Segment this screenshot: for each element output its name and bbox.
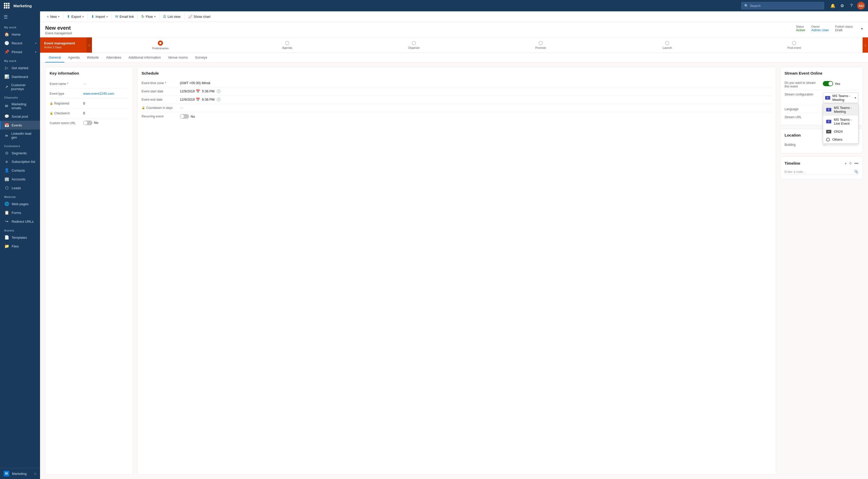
sidebar-collapse-button[interactable]: ☰ xyxy=(0,11,11,23)
progress-nav-right[interactable]: › xyxy=(863,37,868,53)
flow-button[interactable]: ↻ Flow ▾ xyxy=(139,13,158,20)
tab-venue-rooms[interactable]: Venue rooms xyxy=(164,53,191,63)
stream-toggle[interactable]: Yes xyxy=(823,81,840,86)
sidebar-item-segments[interactable]: ⊙ Segments xyxy=(0,149,40,158)
import-button[interactable]: ⬇ Import ▾ xyxy=(89,13,110,20)
stream-toggle-switch[interactable] xyxy=(823,81,833,86)
import-dropdown-arrow: ▾ xyxy=(106,15,108,18)
sidebar-item-get-started[interactable]: ▷ Get started xyxy=(0,64,40,72)
list-view-button[interactable]: ☰ List view xyxy=(160,13,183,20)
sidebar-item-templates[interactable]: 📄 Templates xyxy=(0,233,40,242)
sidebar-item-recent[interactable]: 🕐 Recent ▾ xyxy=(0,39,40,47)
export-button[interactable]: ⬆ Export ▾ xyxy=(64,13,86,20)
new-button[interactable]: + New ▾ xyxy=(44,13,62,20)
sidebar-item-label: Social post xyxy=(11,114,28,118)
dropdown-option-on24[interactable]: ▭ ON24 xyxy=(823,128,858,136)
sidebar-item-leads[interactable]: ⬡ Leads xyxy=(0,183,40,192)
tab-surveys[interactable]: Surveys xyxy=(191,53,211,63)
toggle-switch[interactable] xyxy=(180,114,189,119)
sidebar-bottom-label: Marketing xyxy=(12,472,27,476)
event-type-value[interactable]: www.event1245.com xyxy=(83,92,129,96)
email-link-label: Email link xyxy=(120,15,134,19)
timeline-more-icon[interactable]: ••• xyxy=(854,161,859,165)
stage-organize[interactable]: Organize xyxy=(350,41,477,49)
stream-toggle-label: Yes xyxy=(835,82,840,86)
sidebar-item-customer-journeys[interactable]: ↗ Customer journeys xyxy=(0,81,40,93)
sidebar-item-files[interactable]: 📁 Files xyxy=(0,242,40,250)
owner-value[interactable]: Admin User xyxy=(811,28,829,32)
calendar-icon[interactable]: 📅 xyxy=(196,98,200,101)
start-date-input[interactable]: 12/9/2019 📅 xyxy=(180,89,200,93)
dropdown-option-ms-teams-live[interactable]: T MS Teams - Live Event xyxy=(823,115,858,128)
sidebar-item-web-pages[interactable]: 🌐 Web pages xyxy=(0,200,40,208)
end-date-input[interactable]: 12/9/2019 📅 xyxy=(180,98,200,101)
segments-icon: ⊙ xyxy=(4,151,9,156)
email-link-button[interactable]: ✉ Email link xyxy=(113,13,137,20)
stage-promote[interactable]: Promote xyxy=(477,41,604,49)
clock-icon[interactable]: 🕐 xyxy=(216,98,221,101)
dropdown-option-ms-teams-meeting[interactable]: T MS Teams - Meeting xyxy=(823,104,858,115)
waffle-icon xyxy=(4,3,9,8)
stream-config-value: T MS Teams - Meeting ▾ T MS Teams - Meet… xyxy=(823,93,859,103)
calendar-icon[interactable]: 📅 xyxy=(196,89,200,93)
journey-icon: ↗ xyxy=(4,84,8,89)
stream-config-select[interactable]: T MS Teams - Meeting ▾ xyxy=(823,93,859,103)
sidebar-item-marketing-emails[interactable]: ✉ Marketing emails xyxy=(0,100,40,112)
dropdown-option-label: MS Teams - Live Event xyxy=(834,118,855,126)
stage-preliminaries[interactable]: Preliminaries xyxy=(97,40,224,50)
stage-agenda[interactable]: Agenda xyxy=(224,41,350,49)
tab-agenda[interactable]: Agenda xyxy=(64,53,83,63)
sidebar-item-pinned[interactable]: 📌 Pinned ▾ xyxy=(0,47,40,56)
tab-additional[interactable]: Additional information xyxy=(125,53,164,63)
stream-enable-field: Do you want to stream this event Yes xyxy=(784,79,859,91)
sidebar-item-label: Leads xyxy=(11,186,21,190)
progress-nav-left[interactable]: ‹ xyxy=(87,37,92,53)
recurring-toggle[interactable]: No xyxy=(180,114,195,119)
timeline-input-row[interactable]: Enter a note... 📎 xyxy=(784,169,859,175)
export-dropdown-arrow: ▾ xyxy=(83,15,84,18)
files-icon: 📁 xyxy=(4,244,9,248)
timeline-filter-icon[interactable]: ⊹ xyxy=(849,161,852,165)
contacts-icon: 👤 xyxy=(4,168,9,173)
sidebar-item-redirect-urls[interactable]: ↪ Redirect URLs xyxy=(0,217,40,226)
sidebar-item-forms[interactable]: 📋 Forms xyxy=(0,208,40,217)
chevron-right-icon: ◇ xyxy=(34,472,36,475)
timeline-add-icon[interactable]: + xyxy=(844,161,847,165)
sidebar-item-contacts[interactable]: 👤 Contacts xyxy=(0,166,40,175)
sidebar-item-home[interactable]: 🏠 Home xyxy=(0,30,40,39)
forms-icon: 📋 xyxy=(4,210,9,215)
sidebar-item-subscription-list[interactable]: ≡ Subscription list xyxy=(0,158,40,166)
event-name-value[interactable]: --- xyxy=(83,82,129,86)
sidebar-item-social-post[interactable]: 💬 Social post xyxy=(0,112,40,121)
avatar[interactable]: AU xyxy=(857,2,865,9)
clock-icon[interactable]: 🕐 xyxy=(216,89,221,93)
search-bar[interactable]: 🔍 xyxy=(741,2,824,9)
tab-website[interactable]: Website xyxy=(83,53,102,63)
search-input[interactable] xyxy=(750,4,821,8)
sidebar-item-events[interactable]: 📅 Events xyxy=(0,121,40,130)
settings-icon[interactable]: ⚙ xyxy=(839,2,846,9)
notification-icon[interactable]: 🔔 xyxy=(829,2,836,9)
sidebar-item-linkedin[interactable]: in LinkedIn lead gen xyxy=(0,130,40,141)
help-icon[interactable]: ? xyxy=(848,2,855,9)
toggle-label: No xyxy=(191,114,195,118)
waffle-menu[interactable] xyxy=(3,2,10,9)
paperclip-icon[interactable]: 📎 xyxy=(854,170,859,174)
toggle-switch[interactable] xyxy=(83,121,92,125)
sidebar-item-dashboard[interactable]: 📊 Dashboard xyxy=(0,72,40,81)
stage-launch[interactable]: Launch xyxy=(604,41,731,49)
sidebar-bottom-marketing[interactable]: M Marketing ◇ xyxy=(0,468,40,479)
dropdown-option-others[interactable]: Others xyxy=(823,136,858,143)
header-chevron-icon[interactable]: ▾ xyxy=(861,27,863,31)
tab-attendees[interactable]: Attendees xyxy=(102,53,125,63)
progress-bar: Event management Active 2 Days ‹ Prelimi… xyxy=(40,37,868,53)
tab-general[interactable]: General xyxy=(45,53,64,63)
show-chart-button[interactable]: 📈 Show chart xyxy=(185,13,213,20)
stage-post-event[interactable]: Post event xyxy=(731,41,858,49)
sidebar-item-accounts[interactable]: 🏢 Accounts xyxy=(0,175,40,183)
custom-url-toggle[interactable]: No xyxy=(83,121,98,125)
web-icon: 🌐 xyxy=(4,202,9,206)
dropdown-option-label: Others xyxy=(832,138,842,141)
content-area: + New ▾ ⬆ Export ▾ ⬇ Import ▾ ✉ Email li… xyxy=(40,11,868,479)
sidebar-item-label: Subscription list xyxy=(11,160,35,164)
